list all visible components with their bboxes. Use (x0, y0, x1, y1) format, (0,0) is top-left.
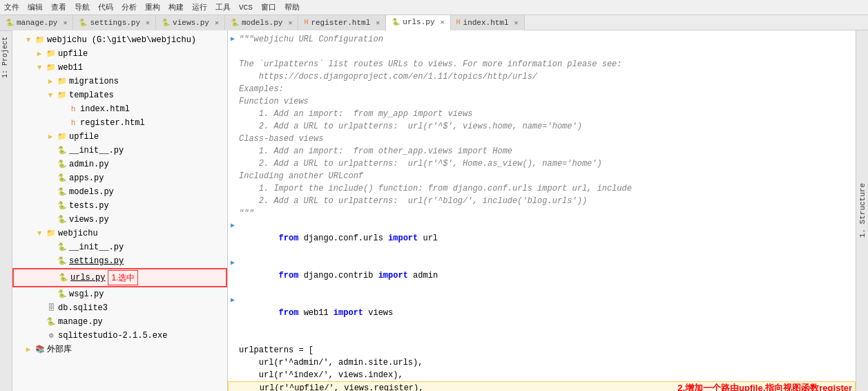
close-icon[interactable]: ✕ (146, 19, 150, 27)
tree-label: __init__.py (69, 241, 124, 254)
folder-icon: 📁 (57, 131, 67, 143)
code-line (228, 46, 856, 58)
menu-item-view[interactable]: 查看 (51, 2, 66, 12)
tree-label: register.html (80, 117, 145, 129)
tree-item-migrations[interactable]: ▶ 📁 migrations (12, 75, 227, 88)
py-file-icon: 🐍 (57, 158, 67, 171)
tree-item-templates[interactable]: ▼ 📁 templates (12, 88, 227, 102)
py-file-icon: 🐍 (57, 172, 67, 184)
folder-icon: 📁 (46, 48, 56, 60)
menu-item-refactor[interactable]: 重构 (145, 2, 160, 12)
code-line: """ (228, 207, 856, 220)
menu-item-code[interactable]: 代码 (98, 2, 113, 12)
code-content: from web11 import views (239, 294, 853, 332)
tree-item-register-html[interactable]: h register.html (12, 116, 227, 130)
code-line-empty (228, 332, 856, 344)
code-line-admin-url: url(r'^admin/', admin.site.urls), (228, 356, 856, 369)
close-icon[interactable]: ✕ (441, 18, 445, 26)
tab-register-html[interactable]: H register.html ✕ (298, 15, 386, 30)
code-line: https://docs.djangoproject.com/en/1.11/t… (228, 70, 856, 83)
tree-item-tests-py[interactable]: 🐍 tests.py (12, 199, 227, 213)
tab-manage-py[interactable]: 🐍 manage.py ✕ (0, 15, 73, 30)
tree-label: sqlitestudio-2.1.5.exe (58, 330, 167, 342)
menu-item-analyze[interactable]: 分析 (122, 2, 137, 12)
code-content: 2. Add a URL to urlpatterns: url(r'^$', … (239, 158, 853, 170)
tree-item-index-html[interactable]: h index.html (12, 102, 227, 116)
project-tab[interactable]: 1: Project (0, 30, 12, 84)
tree-item-views-py[interactable]: 🐍 views.py (12, 213, 227, 227)
file-tree: ▼ 📁 webjichu (G:\git\web\webjichu) ▶ 📁 u… (12, 30, 228, 391)
code-line-urlpatterns: urlpatterns = [ (228, 344, 856, 356)
code-line: Class-based views (228, 133, 856, 145)
close-icon[interactable]: ✕ (288, 19, 292, 27)
code-content: from django.contrib import admin (239, 257, 853, 294)
tree-label: webjichu (G:\git\web\webjichu) (47, 34, 196, 46)
tree-item-external-libs[interactable]: ▶ 📚 外部库 (12, 343, 227, 356)
folder-icon: 📁 (57, 75, 67, 88)
code-line-from-web11: ▶ from web11 import views (228, 294, 856, 332)
code-content: url(r'^admin/', admin.site.urls), (239, 356, 853, 369)
tree-item-sqlitestudio[interactable]: ⚙ sqlitestudio-2.1.5.exe (12, 329, 227, 343)
menu-bar: 文件 编辑 查看 导航 代码 分析 重构 构建 运行 工具 VCS 窗口 帮助 (0, 0, 868, 15)
line-marker: ▶ (231, 257, 239, 269)
code-content: Including another URLconf (239, 170, 853, 182)
tree-item-wsgi-py[interactable]: 🐍 wsgi.py (12, 287, 227, 301)
tree-item-webjichu-folder[interactable]: ▼ 📁 webjichu (12, 227, 227, 240)
tree-label: upfile (69, 131, 99, 143)
close-icon[interactable]: ✕ (215, 19, 219, 27)
py-file-icon: 🐍 (59, 271, 68, 284)
menu-item-window[interactable]: 窗口 (261, 2, 276, 12)
tree-item-models-py[interactable]: 🐍 models.py (12, 185, 227, 199)
py-file-icon: 🐍 (57, 255, 67, 267)
menu-item-vcs[interactable]: VCS (239, 3, 253, 12)
tab-index-html[interactable]: H index.html ✕ (451, 15, 525, 30)
close-icon[interactable]: ✕ (376, 19, 380, 27)
tree-item-web11[interactable]: ▼ 📁 web11 (12, 61, 227, 75)
tree-item-manage-py[interactable]: 🐍 manage.py (12, 315, 227, 329)
code-content: """ (239, 207, 853, 220)
html-file-icon: H (304, 19, 308, 26)
tab-models-py[interactable]: 🐍 models.py ✕ (225, 15, 298, 30)
code-line: 1. Add an import: from other_app.views i… (228, 145, 856, 158)
tab-settings-py[interactable]: 🐍 settings.py ✕ (73, 15, 156, 30)
menu-item-run[interactable]: 运行 (192, 2, 207, 12)
sidebar-container: 1: Project ▼ 📁 webjichu (G:\git\web\webj… (0, 30, 228, 391)
annotation-upfile: 2.增加一个路由upfile,指向视图函数register (677, 382, 852, 391)
py-file-icon: 🐍 (231, 19, 239, 27)
folder-expand-icon: ▼ (23, 34, 33, 46)
folder-expand-icon: ▼ (35, 61, 44, 74)
tree-item-settings-py[interactable]: 🐍 settings.py (12, 254, 227, 268)
close-icon[interactable]: ✕ (514, 19, 519, 27)
tree-item-web11-init[interactable]: 🐍 __init__.py (12, 144, 227, 158)
tab-bar: 🐍 manage.py ✕ 🐍 settings.py ✕ 🐍 views.py… (0, 15, 868, 30)
tree-item-web11-upfile[interactable]: ▶ 📁 upfile (12, 130, 227, 144)
py-file-icon: 🐍 (57, 200, 67, 212)
structure-panel[interactable]: 1. Structure (856, 30, 868, 391)
folder-collapse-icon: ▶ (23, 343, 33, 356)
code-content: """webjichu URL Configuration (239, 33, 853, 46)
menu-item-build[interactable]: 构建 (168, 2, 184, 12)
menu-item-tools[interactable]: 工具 (215, 2, 231, 12)
tree-label: apps.py (69, 172, 104, 184)
tree-item-webjichu-root[interactable]: ▼ 📁 webjichu (G:\git\web\webjichu) (12, 33, 227, 47)
tree-item-webjichu-init[interactable]: 🐍 __init__.py (12, 240, 227, 254)
code-content: from django.conf.urls import url (239, 220, 853, 257)
code-editor[interactable]: ▶ """webjichu URL Configuration The `url… (228, 30, 856, 391)
db-file-icon: 🗄 (46, 302, 56, 314)
menu-item-help[interactable]: 帮助 (284, 2, 300, 12)
py-file-icon: 🐍 (79, 19, 87, 27)
tree-item-db[interactable]: 🗄 db.sqlite3 (12, 301, 227, 315)
tree-label: wsgi.py (69, 288, 104, 301)
menu-item-edit[interactable]: 编辑 (28, 2, 43, 12)
tree-item-upfile-root[interactable]: ▶ 📁 upfile (12, 47, 227, 61)
close-icon[interactable]: ✕ (63, 19, 67, 27)
tab-urls-py[interactable]: 🐍 urls.py ✕ (386, 15, 450, 30)
tree-item-urls-py[interactable]: 🐍 urls.py 1.选中 (12, 268, 227, 287)
tree-item-admin-py[interactable]: 🐍 admin.py (12, 158, 227, 171)
code-line: 1. Import the include() function: from d… (228, 182, 856, 195)
tab-views-py[interactable]: 🐍 views.py ✕ (156, 15, 225, 30)
menu-item-navigate[interactable]: 导航 (75, 2, 90, 12)
tree-item-apps-py[interactable]: 🐍 apps.py (12, 171, 227, 185)
menu-item-file[interactable]: 文件 (4, 2, 19, 12)
code-line-upfile-url: url(r'^upfile/', views.register), 2.增加一个… (228, 381, 856, 391)
